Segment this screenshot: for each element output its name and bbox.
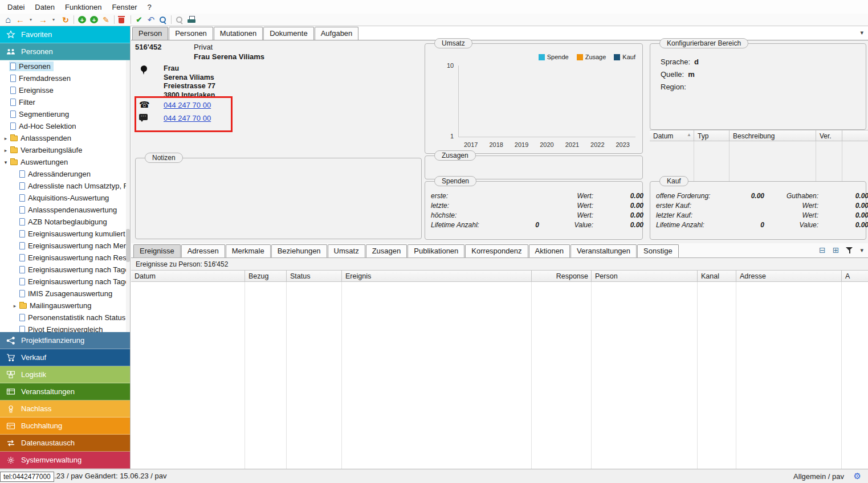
- tree-item-ereignisauswertung-nach-tage-2[interactable]: Ereignisauswertung nach Tage: [0, 276, 130, 288]
- column-header[interactable]: Adresse: [736, 271, 842, 281]
- add-button[interactable]: +: [78, 16, 86, 23]
- sms-link[interactable]: 044 247 70 00: [164, 114, 211, 122]
- tab-beziehungen[interactable]: Beziehungen: [271, 244, 327, 257]
- search-button[interactable]: [159, 16, 167, 24]
- tab-personen[interactable]: Personen: [169, 27, 213, 40]
- sidebar-section-verkauf[interactable]: Verkauf: [0, 349, 130, 366]
- tab-korrespondenz[interactable]: Korrespondenz: [465, 244, 528, 257]
- column-header[interactable]: Person: [592, 271, 698, 281]
- tree-scrollbar[interactable]: [126, 60, 130, 332]
- edit-button[interactable]: ✎: [102, 15, 110, 25]
- column-header[interactable]: Status: [287, 271, 342, 281]
- chevron-down-icon[interactable]: ▾: [860, 29, 863, 36]
- sidebar-section-systemverwaltung[interactable]: Systemverwaltung: [0, 452, 130, 469]
- tab-person[interactable]: Person: [132, 27, 168, 40]
- tab-aufgaben[interactable]: Aufgaben: [315, 27, 359, 40]
- tab-publikationen[interactable]: Publikationen: [407, 244, 464, 257]
- section-label: Logistik: [21, 370, 46, 379]
- column-header[interactable]: Bezug: [245, 271, 287, 281]
- column-header[interactable]: Datum: [131, 271, 245, 281]
- phone-link[interactable]: 044 247 70 00: [164, 101, 211, 109]
- sidebar-section-nachlass[interactable]: Nachlass: [0, 400, 130, 417]
- tab-ereignisse[interactable]: Ereignisse: [133, 244, 181, 257]
- tree-item-ereignisauswertung-nach-tage-1[interactable]: Ereignisauswertung nach Tage: [0, 264, 130, 276]
- column-header-typ[interactable]: Typ: [694, 130, 730, 141]
- tree-toggle-icon[interactable]: [2, 136, 9, 141]
- back-dropdown-icon[interactable]: ▾: [27, 15, 35, 25]
- tree-item-fremdadressen[interactable]: Fremdadressen: [0, 72, 130, 84]
- scrollbar-thumb[interactable]: [126, 229, 130, 262]
- view-expand-icon[interactable]: ⊞: [833, 246, 840, 254]
- tab-zusagen[interactable]: Zusagen: [366, 244, 407, 257]
- table-column: [698, 282, 736, 469]
- column-header[interactable]: A: [842, 271, 868, 281]
- menu-daten[interactable]: Daten: [30, 1, 60, 13]
- tree-item-segmentierung[interactable]: Segmentierung: [0, 108, 130, 120]
- sidebar-section-favoriten[interactable]: Favoriten: [0, 26, 130, 43]
- tree-item-akquisitions-auswertung[interactable]: Akquisitions-Auswertung: [0, 192, 130, 204]
- tree-item-anlassspenden[interactable]: Anlassspenden: [0, 132, 130, 144]
- tab-umsatz[interactable]: Umsatz: [328, 244, 365, 257]
- delete-button[interactable]: [119, 16, 127, 23]
- column-header[interactable]: Kanal: [698, 271, 736, 281]
- tree-item-azb-notarbeglaubigung[interactable]: AZB Notarbeglaubigung: [0, 216, 130, 228]
- column-header-ver[interactable]: Ver.: [816, 130, 842, 141]
- sidebar-section-projektfinanzierung[interactable]: Projektfinanzierung: [0, 332, 130, 349]
- menu-datei[interactable]: Datei: [2, 1, 30, 13]
- tree-item-anlassspendenauswertung[interactable]: Anlassspendenauswertung: [0, 204, 130, 216]
- tree-toggle-icon[interactable]: [2, 159, 9, 165]
- tab-adressen[interactable]: Adressen: [181, 244, 225, 257]
- tree-item-ereignisauswertung-nach-merkmal[interactable]: Ereignisauswertung nach Merk: [0, 240, 130, 252]
- tree-item-ereignisse[interactable]: Ereignisse: [0, 84, 130, 96]
- settings-gear-icon[interactable]: ⚙: [854, 471, 861, 481]
- forward-dropdown-icon[interactable]: ▾: [50, 15, 58, 25]
- tree-toggle-icon[interactable]: [2, 148, 9, 153]
- column-header[interactable]: Response: [532, 271, 592, 281]
- tree-item-ereignisauswertung-kumuliert[interactable]: Ereignisauswertung kumuliert n: [0, 228, 130, 240]
- tree-item-imis-zusagenauswertung[interactable]: IMIS Zusagenauswertung: [0, 288, 130, 300]
- tree-item-auswertungen[interactable]: Auswertungen: [0, 156, 130, 168]
- tree-item-filter[interactable]: Filter: [0, 96, 130, 108]
- sidebar-section-datenaustausch[interactable]: Datenaustausch: [0, 435, 130, 452]
- tab-merkmale[interactable]: Merkmale: [226, 244, 271, 257]
- refresh-button[interactable]: ↻: [62, 15, 70, 25]
- tree-item-mailingauswertung[interactable]: Mailingauswertung: [0, 300, 130, 312]
- tree-item-ereignisauswertung-nach-response[interactable]: Ereignisauswertung nach Resp: [0, 252, 130, 264]
- column-header[interactable]: Ereignis: [342, 271, 532, 281]
- chevron-down-icon[interactable]: ▾: [860, 247, 863, 254]
- filter-icon[interactable]: [846, 247, 853, 254]
- menu-funktionen[interactable]: Funktionen: [60, 1, 107, 13]
- sidebar-section-buchhaltung[interactable]: Buchhaltung: [0, 417, 130, 435]
- tree-item-personenstatistik-nach-status[interactable]: Personenstatistik nach Status: [0, 312, 130, 324]
- spenden-rows: erste:Wert:0.00letzte:Wert:0.00höchste:W…: [425, 182, 642, 230]
- view-compact-icon[interactable]: ⊟: [819, 246, 826, 254]
- tree-item-icon: [10, 148, 18, 153]
- sidebar-section-logistik[interactable]: Logistik: [0, 366, 130, 383]
- tree-item-adressaenderungen[interactable]: Adressänderungen: [0, 168, 130, 180]
- menu-fenster[interactable]: Fenster: [107, 1, 142, 13]
- tree-item-personen[interactable]: Personen: [0, 60, 130, 72]
- column-header-datum[interactable]: Datum▲: [650, 130, 694, 141]
- duplicate-button[interactable]: +: [90, 16, 98, 23]
- notizen-fieldset[interactable]: Notizen: [135, 158, 422, 239]
- menu-help[interactable]: ?: [142, 1, 156, 13]
- tree-item-pivot-ereignisvergleich[interactable]: Pivot Ereignisvergleich: [0, 324, 130, 332]
- tab-dokumente[interactable]: Dokumente: [263, 27, 313, 40]
- tree-item-adressliste-nach-umsatztyp[interactable]: Adressliste nach Umsatztyp, Re: [0, 180, 130, 192]
- undo-button[interactable]: ↶: [147, 15, 155, 25]
- tree-item-ad-hoc-selektion[interactable]: Ad-Hoc Selektion: [0, 120, 130, 132]
- tree-item-verarbeitungslaeufe[interactable]: Verarbeitungsläufe: [0, 144, 130, 156]
- back-button[interactable]: ←: [16, 15, 25, 25]
- confirm-button[interactable]: ✔: [135, 15, 143, 25]
- column-header-beschreibung[interactable]: Beschreibung: [730, 130, 816, 141]
- forward-button[interactable]: →: [39, 15, 47, 25]
- print-button[interactable]: [188, 16, 195, 23]
- home-button[interactable]: ⌂: [4, 15, 12, 25]
- tab-veranstaltungen[interactable]: Veranstaltungen: [570, 244, 637, 257]
- tab-aktionen[interactable]: Aktionen: [529, 244, 570, 257]
- sidebar-section-veranstaltungen[interactable]: Veranstaltungen: [0, 383, 130, 400]
- sidebar-section-personen[interactable]: Personen: [0, 43, 130, 60]
- tab-sonstige[interactable]: Sonstige: [637, 244, 679, 257]
- tree-toggle-icon[interactable]: [11, 303, 18, 309]
- tab-mutationen[interactable]: Mutationen: [214, 27, 263, 40]
